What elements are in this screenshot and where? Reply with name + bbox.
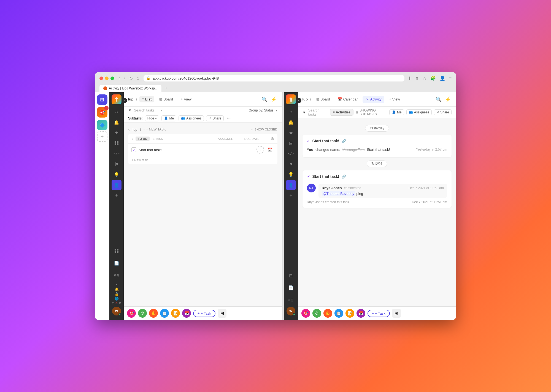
collapse-list-button[interactable]: ○ [128,127,130,132]
lock-nav-icon[interactable]: 🔒 [115,292,119,296]
download-icon[interactable]: ⬇ [408,76,411,81]
new-task-button[interactable]: + New task [128,156,277,164]
right-icon-timer[interactable]: ⏱ [312,309,321,318]
profile-icon[interactable]: 👤 [440,76,445,81]
search-button-left[interactable]: 🔍 [261,96,268,103]
collapse-button[interactable]: ⌄ [115,282,118,286]
right-icon-reminder[interactable]: 🎯 [301,309,310,318]
right-icon-note[interactable]: 📝 [345,309,354,318]
filter-button-right[interactable]: ▼ [302,110,306,115]
bookmark-icon[interactable]: ☆ [423,76,426,81]
alert-icon[interactable]: ⚠ [115,301,118,305]
right-sidebar-docs[interactable]: 📄 [286,283,296,293]
right-sidebar-dashboards[interactable]: ⊞ [286,271,296,281]
tab-list[interactable]: ≡ List [139,96,155,102]
forward-button[interactable]: › [123,75,126,81]
maximize-button[interactable] [110,77,114,80]
sidebar-item-dashboards[interactable] [112,246,121,256]
add-workspace-button[interactable]: + [97,131,107,142]
minimize-button[interactable] [105,77,109,80]
mention-text[interactable]: @Thomas Beverley [322,191,355,196]
browser-tab[interactable]: Activity | lup | Wavebox Worksp... [99,85,161,92]
sidebar-item-views[interactable] [112,138,121,148]
tab-calendar-right[interactable]: 📅 Calendar [335,96,361,102]
apps-icon[interactable]: ⊞ [112,301,114,305]
right-sidebar-people[interactable]: 👤 [286,180,296,190]
sidebar-item-ideas[interactable]: 💡 [112,170,121,179]
tab-activity-right[interactable]: 〜 Activity [363,96,384,103]
user-avatar-right[interactable]: W [287,307,295,315]
me-filter-right[interactable]: 👤 Me [389,109,404,115]
sidebar-item-favorites[interactable]: ★ [112,128,121,138]
task-assignee-picker[interactable]: + [256,146,264,154]
sidebar-item-add[interactable]: + [112,190,121,200]
new-task-top-button[interactable]: + + NEW TASK [143,127,166,131]
share-button-right[interactable]: ↗ Share [434,109,452,115]
right-sidebar-pulse[interactable]: ((·)) [286,295,296,305]
close-button[interactable] [99,77,103,80]
expand-nav-button-right[interactable]: › [296,98,301,103]
show-closed-button[interactable]: ✓ SHOW CLOSED [251,128,277,131]
search-tasks-right[interactable]: Search tasks... [308,108,327,116]
extensions-icon[interactable]: 🧩 [430,76,436,81]
group-by-selector[interactable]: Group by: Status [249,108,273,112]
add-task-button-left[interactable]: + + Task [193,310,215,317]
task-due-date[interactable]: 📅 [266,146,274,154]
user-avatar[interactable]: W [112,307,121,315]
link-icon-2[interactable]: 🔗 [342,175,346,179]
search-button-right[interactable]: 🔍 [435,96,442,103]
right-icon-clipboard[interactable]: 📋 [334,309,343,318]
tab-board-right[interactable]: ⊞ Board [314,96,333,102]
search-tasks-left[interactable]: Search tasks... [134,108,158,112]
workspace-icon-1[interactable]: ⊞ [97,94,107,105]
subtasks-hide-button[interactable]: Hide ▾ [145,115,160,121]
settings-icon[interactable]: ⚙ [119,301,121,305]
workspace-icon-3[interactable]: 🔷 [97,120,107,130]
icon-clipboard[interactable]: 📋 [160,309,169,318]
sidebar-item-pulse[interactable]: ((·)) [112,270,121,280]
grid-view-button-right[interactable]: ⊞ [392,309,401,318]
sidebar-item-goals[interactable]: ⚑ [112,159,121,169]
icon-reminder[interactable]: 🎯 [127,309,136,318]
task-name[interactable]: Start that task! [139,148,254,152]
reload-button[interactable]: ↻ [128,75,134,81]
right-sidebar-views[interactable]: ⊞ [286,138,296,148]
address-bar[interactable]: 🔒 app.clickup.com/20461260/v/a/kgdpc-948 [144,75,404,81]
icon-note[interactable]: 📝 [171,309,180,318]
icon-calendar[interactable]: 📅 [182,309,191,318]
bell-icon[interactable]: 🔔 [115,287,119,291]
right-sidebar-home[interactable]: ⌂ [286,107,296,117]
right-sidebar-ideas[interactable]: 💡 [286,170,296,179]
sidebar-item-home[interactable]: ⌂ [112,107,121,117]
tab-board[interactable]: ⊞ Board [156,96,176,102]
right-icon-gesture[interactable]: ✋ [323,309,332,318]
assignees-filter-left[interactable]: 👥 Assignees [179,115,204,121]
right-sidebar-goals[interactable]: ⚑ [286,159,296,169]
right-sidebar-code[interactable]: </> [286,149,296,159]
lightning-button-right[interactable]: ⚡ [444,96,452,103]
expand-nav-button[interactable]: › [121,98,127,103]
collapse-todo-button[interactable]: ○ [131,137,133,141]
add-col-button[interactable]: ⊕ [271,136,274,141]
sidebar-item-code[interactable]: </> [112,149,121,159]
assignees-filter-right[interactable]: 👥 Assignees [406,109,432,115]
icon-gesture[interactable]: ✋ [149,309,158,318]
globe-icon[interactable]: 🌐 [115,297,119,301]
share-button-left[interactable]: ↗ Share [206,115,224,121]
activities-button[interactable]: ≡ Activities [330,109,353,116]
sidebar-item-notifications[interactable]: 🔔 [112,117,121,127]
tab-add-view-left[interactable]: + View [178,96,194,102]
activity-task-name-2[interactable]: Start that task! [312,174,339,179]
home-button[interactable]: ⌂ [136,75,141,81]
new-tab-button[interactable]: + [163,84,170,92]
lightning-button-left[interactable]: ⚡ [270,96,277,103]
dropdown-arrow[interactable]: ▾ [161,108,163,112]
task-checkbox[interactable]: ✓ [131,147,136,152]
right-sidebar-add[interactable]: + [286,190,296,200]
filter-button[interactable]: ▼ [128,108,132,112]
menu-icon[interactable]: ≡ [449,76,452,81]
add-task-button-right[interactable]: + + Task [368,310,390,317]
back-button[interactable]: ‹ [117,75,121,81]
right-icon-calendar[interactable]: 📅 [356,309,365,318]
grid-view-button-left[interactable]: ⊞ [218,309,226,318]
